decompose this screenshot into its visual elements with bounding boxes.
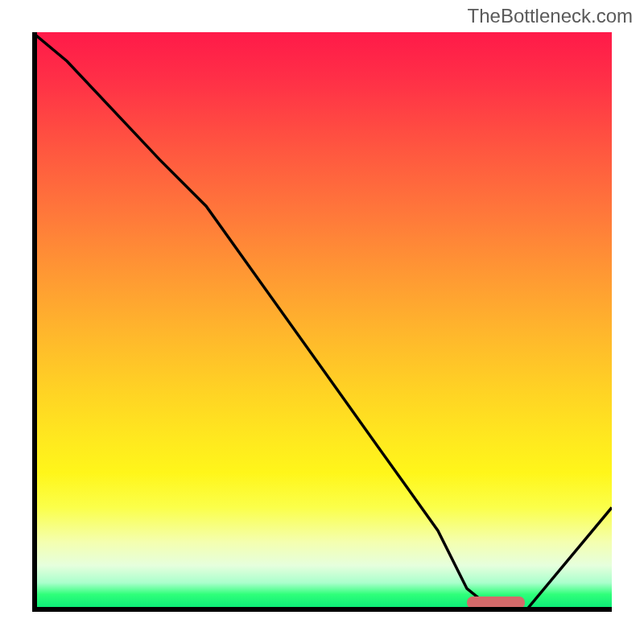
- plot-area: [32, 32, 612, 612]
- optimal-range-marker: [467, 597, 525, 609]
- watermark-text: TheBottleneck.com: [468, 5, 633, 27]
- bottleneck-curve-path: [32, 32, 612, 612]
- curve-svg: [32, 32, 612, 612]
